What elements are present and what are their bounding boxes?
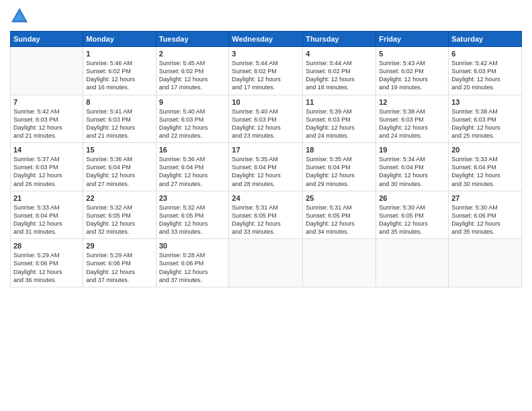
- calendar-cell: 27Sunrise: 5:30 AM Sunset: 6:06 PM Dayli…: [449, 191, 522, 239]
- page: SundayMondayTuesdayWednesdayThursdayFrid…: [0, 0, 532, 411]
- day-info: Sunrise: 5:31 AM Sunset: 6:05 PM Dayligh…: [232, 203, 300, 236]
- day-info: Sunrise: 5:42 AM Sunset: 6:03 PM Dayligh…: [13, 107, 80, 140]
- calendar-cell: 2Sunrise: 5:45 AM Sunset: 6:02 PM Daylig…: [156, 47, 229, 95]
- day-info: Sunrise: 5:29 AM Sunset: 6:06 PM Dayligh…: [13, 251, 80, 284]
- day-info: Sunrise: 5:33 AM Sunset: 6:04 PM Dayligh…: [451, 155, 519, 188]
- calendar-cell: [376, 239, 449, 287]
- calendar-cell: 19Sunrise: 5:34 AM Sunset: 6:04 PM Dayli…: [376, 143, 449, 191]
- logo: [10, 7, 32, 26]
- day-info: Sunrise: 5:32 AM Sunset: 6:05 PM Dayligh…: [159, 203, 226, 236]
- day-info: Sunrise: 5:32 AM Sunset: 6:05 PM Dayligh…: [86, 203, 152, 236]
- day-number: 1: [86, 50, 152, 58]
- day-info: Sunrise: 5:37 AM Sunset: 6:03 PM Dayligh…: [13, 155, 80, 188]
- day-number: 9: [159, 98, 226, 106]
- day-number: 22: [86, 194, 152, 202]
- day-header-friday: Friday: [376, 32, 449, 47]
- header: [10, 7, 522, 26]
- calendar-header: SundayMondayTuesdayWednesdayThursdayFrid…: [11, 32, 522, 47]
- day-number: 3: [232, 50, 300, 58]
- day-number: 6: [451, 50, 519, 58]
- calendar-cell: 25Sunrise: 5:31 AM Sunset: 6:05 PM Dayli…: [303, 191, 376, 239]
- day-number: 8: [86, 98, 152, 106]
- calendar-cell: [303, 239, 376, 287]
- calendar-cell: 3Sunrise: 5:44 AM Sunset: 6:02 PM Daylig…: [229, 47, 303, 95]
- calendar-cell: 13Sunrise: 5:38 AM Sunset: 6:03 PM Dayli…: [449, 95, 522, 143]
- day-info: Sunrise: 5:29 AM Sunset: 6:06 PM Dayligh…: [86, 251, 152, 284]
- week-row-1: 1Sunrise: 5:46 AM Sunset: 6:02 PM Daylig…: [11, 47, 522, 95]
- days-header-row: SundayMondayTuesdayWednesdayThursdayFrid…: [11, 32, 522, 47]
- calendar-cell: 15Sunrise: 5:36 AM Sunset: 6:04 PM Dayli…: [83, 143, 156, 191]
- calendar-cell: 6Sunrise: 5:42 AM Sunset: 6:03 PM Daylig…: [449, 47, 522, 95]
- calendar-cell: 7Sunrise: 5:42 AM Sunset: 6:03 PM Daylig…: [11, 95, 83, 143]
- day-number: 27: [451, 194, 519, 202]
- calendar-cell: 23Sunrise: 5:32 AM Sunset: 6:05 PM Dayli…: [156, 191, 229, 239]
- day-info: Sunrise: 5:45 AM Sunset: 6:02 PM Dayligh…: [159, 59, 226, 92]
- day-number: 17: [232, 146, 300, 154]
- day-header-saturday: Saturday: [449, 32, 522, 47]
- calendar-cell: 14Sunrise: 5:37 AM Sunset: 6:03 PM Dayli…: [11, 143, 83, 191]
- day-info: Sunrise: 5:40 AM Sunset: 6:03 PM Dayligh…: [159, 107, 226, 140]
- day-number: 16: [159, 146, 226, 154]
- day-number: 15: [86, 146, 152, 154]
- calendar: SundayMondayTuesdayWednesdayThursdayFrid…: [10, 31, 522, 287]
- day-info: Sunrise: 5:39 AM Sunset: 6:03 PM Dayligh…: [306, 107, 373, 140]
- day-number: 2: [159, 50, 226, 58]
- calendar-cell: [11, 47, 83, 95]
- week-row-4: 21Sunrise: 5:33 AM Sunset: 6:04 PM Dayli…: [11, 191, 522, 239]
- day-number: 21: [13, 194, 80, 202]
- calendar-cell: 20Sunrise: 5:33 AM Sunset: 6:04 PM Dayli…: [449, 143, 522, 191]
- calendar-cell: 22Sunrise: 5:32 AM Sunset: 6:05 PM Dayli…: [83, 191, 156, 239]
- calendar-cell: 17Sunrise: 5:35 AM Sunset: 6:04 PM Dayli…: [229, 143, 303, 191]
- day-number: 7: [13, 98, 80, 106]
- day-info: Sunrise: 5:36 AM Sunset: 6:04 PM Dayligh…: [86, 155, 152, 188]
- calendar-cell: 29Sunrise: 5:29 AM Sunset: 6:06 PM Dayli…: [83, 239, 156, 287]
- calendar-cell: 11Sunrise: 5:39 AM Sunset: 6:03 PM Dayli…: [303, 95, 376, 143]
- calendar-cell: [449, 239, 522, 287]
- day-info: Sunrise: 5:41 AM Sunset: 6:03 PM Dayligh…: [86, 107, 152, 140]
- day-info: Sunrise: 5:38 AM Sunset: 6:03 PM Dayligh…: [379, 107, 445, 140]
- day-number: 19: [379, 146, 445, 154]
- calendar-cell: 9Sunrise: 5:40 AM Sunset: 6:03 PM Daylig…: [156, 95, 229, 143]
- calendar-body: 1Sunrise: 5:46 AM Sunset: 6:02 PM Daylig…: [11, 47, 522, 287]
- day-header-tuesday: Tuesday: [156, 32, 229, 47]
- calendar-cell: 1Sunrise: 5:46 AM Sunset: 6:02 PM Daylig…: [83, 47, 156, 95]
- day-number: 10: [232, 98, 300, 106]
- calendar-cell: 18Sunrise: 5:35 AM Sunset: 6:04 PM Dayli…: [303, 143, 376, 191]
- day-header-wednesday: Wednesday: [229, 32, 303, 47]
- calendar-cell: 28Sunrise: 5:29 AM Sunset: 6:06 PM Dayli…: [11, 239, 83, 287]
- day-info: Sunrise: 5:36 AM Sunset: 6:04 PM Dayligh…: [159, 155, 226, 188]
- day-number: 28: [13, 242, 80, 250]
- day-number: 12: [379, 98, 445, 106]
- logo-icon: [10, 7, 29, 26]
- day-info: Sunrise: 5:43 AM Sunset: 6:02 PM Dayligh…: [379, 59, 445, 92]
- day-number: 29: [86, 242, 152, 250]
- day-number: 23: [159, 194, 226, 202]
- day-number: 11: [306, 98, 373, 106]
- day-info: Sunrise: 5:44 AM Sunset: 6:02 PM Dayligh…: [232, 59, 300, 92]
- day-number: 4: [306, 50, 373, 58]
- day-number: 13: [451, 98, 519, 106]
- day-header-sunday: Sunday: [11, 32, 83, 47]
- day-info: Sunrise: 5:42 AM Sunset: 6:03 PM Dayligh…: [451, 59, 519, 92]
- day-info: Sunrise: 5:30 AM Sunset: 6:06 PM Dayligh…: [451, 203, 519, 236]
- day-number: 25: [306, 194, 373, 202]
- day-info: Sunrise: 5:31 AM Sunset: 6:05 PM Dayligh…: [306, 203, 373, 236]
- day-info: Sunrise: 5:35 AM Sunset: 6:04 PM Dayligh…: [306, 155, 373, 188]
- day-info: Sunrise: 5:46 AM Sunset: 6:02 PM Dayligh…: [86, 59, 152, 92]
- calendar-cell: 10Sunrise: 5:40 AM Sunset: 6:03 PM Dayli…: [229, 95, 303, 143]
- calendar-cell: 12Sunrise: 5:38 AM Sunset: 6:03 PM Dayli…: [376, 95, 449, 143]
- day-number: 14: [13, 146, 80, 154]
- calendar-cell: 26Sunrise: 5:30 AM Sunset: 6:05 PM Dayli…: [376, 191, 449, 239]
- day-info: Sunrise: 5:38 AM Sunset: 6:03 PM Dayligh…: [451, 107, 519, 140]
- day-number: 30: [159, 242, 226, 250]
- calendar-cell: 30Sunrise: 5:28 AM Sunset: 6:06 PM Dayli…: [156, 239, 229, 287]
- calendar-cell: 4Sunrise: 5:44 AM Sunset: 6:02 PM Daylig…: [303, 47, 376, 95]
- day-info: Sunrise: 5:44 AM Sunset: 6:02 PM Dayligh…: [306, 59, 373, 92]
- calendar-cell: [229, 239, 303, 287]
- week-row-5: 28Sunrise: 5:29 AM Sunset: 6:06 PM Dayli…: [11, 239, 522, 287]
- calendar-cell: 8Sunrise: 5:41 AM Sunset: 6:03 PM Daylig…: [83, 95, 156, 143]
- day-number: 26: [379, 194, 445, 202]
- day-number: 5: [379, 50, 445, 58]
- calendar-cell: 21Sunrise: 5:33 AM Sunset: 6:04 PM Dayli…: [11, 191, 83, 239]
- day-number: 24: [232, 194, 300, 202]
